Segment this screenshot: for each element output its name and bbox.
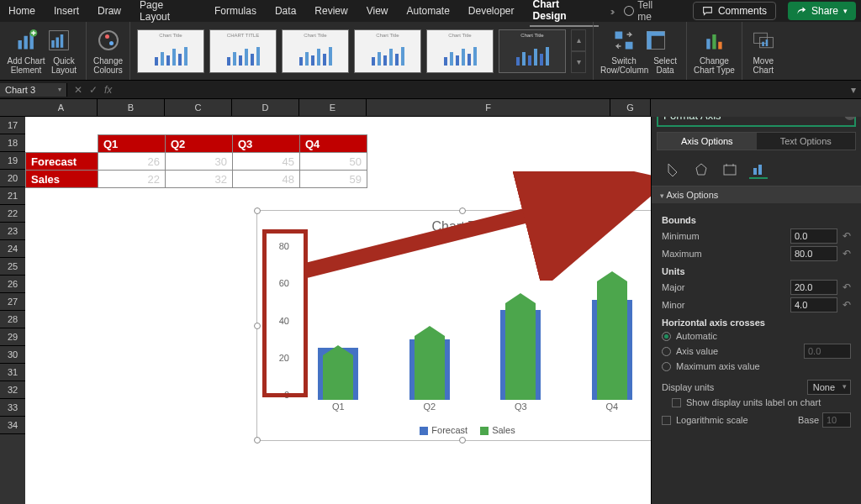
tabs-overflow-icon[interactable] (610, 5, 613, 18)
row-header[interactable]: 29 (0, 328, 25, 346)
row-header[interactable]: 25 (0, 258, 25, 276)
tell-me-search[interactable]: Tell me (624, 0, 669, 23)
table-cell[interactable]: 50 (300, 153, 367, 171)
maximum-input[interactable] (790, 246, 837, 261)
table-header-cell[interactable]: Q4 (300, 135, 367, 153)
row-header[interactable]: 27 (0, 293, 25, 311)
table-cell[interactable]: 32 (166, 171, 233, 188)
log-base-input[interactable] (822, 412, 851, 428)
chart-legend[interactable]: Forecast Sales (257, 425, 668, 435)
resize-handle[interactable] (459, 437, 466, 444)
embedded-chart[interactable]: Chart Title 020406080 Q1Q2Q3Q4 Forecast … (256, 210, 668, 441)
reset-maximum-button[interactable]: ↶ (843, 248, 851, 260)
major-unit-input[interactable] (790, 280, 837, 295)
column-header[interactable]: D (232, 99, 299, 117)
row-header[interactable]: 17 (0, 117, 25, 134)
reset-minimum-button[interactable]: ↶ (843, 230, 851, 242)
section-axis-options[interactable]: Axis Options (652, 186, 861, 203)
chart-style-4[interactable]: Chart Title (354, 29, 421, 73)
row-header[interactable]: 26 (0, 276, 25, 293)
chart-style-2[interactable]: CHART TITLE (209, 29, 277, 73)
table-row-label[interactable]: Forecast (26, 153, 98, 171)
grid[interactable]: ABCDEFG Q1Q2Q3Q4Forecast26304550Sales223… (25, 99, 861, 504)
table-cell[interactable]: 22 (98, 171, 166, 188)
name-box[interactable]: Chart 3▾ (0, 83, 67, 97)
bar-sales[interactable] (505, 303, 536, 400)
fill-line-icon[interactable] (663, 160, 682, 179)
tab-developer[interactable]: Developer (465, 2, 518, 20)
minor-unit-input[interactable] (790, 297, 837, 312)
radio-axis-value[interactable] (662, 347, 671, 356)
size-properties-icon[interactable] (721, 160, 739, 179)
change-chart-type-button[interactable] (700, 26, 728, 55)
plot-area[interactable]: 020406080 (293, 241, 656, 400)
row-header[interactable]: 24 (0, 240, 25, 258)
gallery-up-icon[interactable]: ▴ (571, 29, 586, 51)
row-headers[interactable]: 171819202122232425262728293031323334 (0, 99, 25, 504)
column-headers[interactable]: ABCDEFG (25, 99, 861, 117)
chart-style-5[interactable]: Chart Title (426, 29, 494, 73)
chart-style-3[interactable]: Chart Title (282, 29, 349, 73)
name-box-dropdown-icon[interactable]: ▾ (58, 86, 61, 93)
column-header[interactable]: G (610, 99, 651, 117)
effects-icon[interactable] (692, 160, 710, 179)
resize-handle[interactable] (254, 437, 261, 444)
row-header[interactable]: 30 (0, 346, 25, 364)
tab-formulas[interactable]: Formulas (211, 2, 260, 20)
formula-bar-expand-icon[interactable]: ▾ (846, 84, 861, 96)
row-header[interactable]: 22 (0, 205, 25, 223)
column-header[interactable]: C (165, 99, 232, 117)
pane-tab-text-options[interactable]: Text Options (757, 133, 856, 150)
axis-value-input[interactable] (804, 344, 851, 359)
row-header[interactable]: 23 (0, 223, 25, 240)
column-header[interactable]: E (299, 99, 367, 117)
tab-automate[interactable]: Automate (403, 2, 452, 20)
tab-view[interactable]: View (363, 2, 392, 20)
table-cell[interactable]: 45 (233, 153, 300, 171)
gallery-down-icon[interactable]: ▾ (571, 51, 586, 73)
fx-icon[interactable]: fx (104, 84, 112, 96)
add-chart-element-button[interactable] (13, 26, 41, 55)
enter-formula-icon[interactable]: ✓ (89, 84, 98, 96)
chart-style-1[interactable]: Chart Title (137, 29, 204, 73)
reset-major-button[interactable]: ↶ (843, 281, 851, 293)
chart-style-6[interactable]: Chart Title (499, 29, 566, 73)
table-cell[interactable]: 30 (166, 153, 233, 171)
change-colours-button[interactable] (94, 26, 123, 55)
row-header[interactable]: 33 (0, 399, 25, 417)
resize-handle[interactable] (459, 207, 466, 214)
gallery-scroll[interactable]: ▴▾ (571, 29, 586, 73)
row-header[interactable]: 31 (0, 364, 25, 381)
table-header-cell[interactable]: Q2 (166, 135, 233, 153)
row-header[interactable]: 18 (0, 134, 25, 152)
reset-minor-button[interactable]: ↶ (843, 299, 851, 311)
pane-tab-axis-options[interactable]: Axis Options (658, 133, 757, 150)
radio-automatic[interactable] (662, 332, 671, 341)
radio-max-axis-value[interactable] (662, 362, 671, 371)
table-header-cell[interactable]: Q1 (98, 135, 166, 153)
tab-insert[interactable]: Insert (50, 2, 82, 20)
cancel-formula-icon[interactable]: ✕ (74, 84, 82, 96)
table-cell[interactable]: 26 (98, 153, 166, 171)
row-header[interactable]: 28 (0, 311, 25, 328)
table-header-cell[interactable]: Q3 (233, 135, 300, 153)
quick-layout-button[interactable] (45, 26, 73, 55)
move-chart-button[interactable] (749, 26, 778, 55)
row-header[interactable]: 19 (0, 152, 25, 170)
resize-handle[interactable] (254, 207, 261, 214)
comments-button[interactable]: Comments (693, 2, 776, 20)
display-units-select[interactable]: None (807, 380, 851, 395)
column-header[interactable]: F (367, 99, 610, 117)
select-data-button[interactable] (642, 26, 670, 55)
row-header[interactable]: 20 (0, 170, 25, 187)
resize-handle[interactable] (254, 323, 261, 329)
tab-review[interactable]: Review (311, 2, 351, 20)
minimum-input[interactable] (790, 228, 837, 244)
bar-sales[interactable] (323, 355, 353, 400)
column-header[interactable]: B (98, 99, 165, 117)
chart-title[interactable]: Chart Title (257, 219, 668, 234)
table-cell[interactable]: 48 (233, 171, 300, 188)
tab-draw[interactable]: Draw (94, 2, 124, 20)
table-row-label[interactable]: Sales (26, 171, 98, 188)
switch-row-column-button[interactable] (610, 26, 638, 55)
